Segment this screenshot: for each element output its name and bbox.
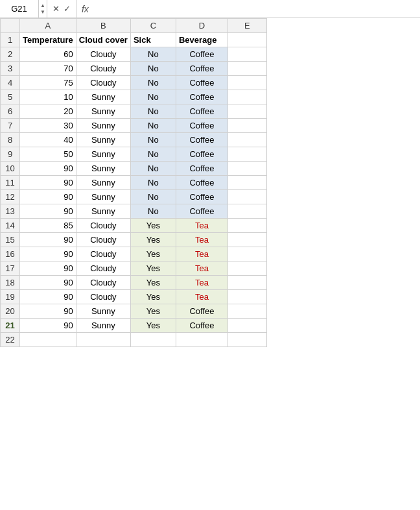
cell-e-9[interactable] [228,147,266,162]
row-header-8[interactable]: 8 [1,133,20,147]
cell-c-14[interactable]: Yes [130,219,176,233]
cell-e-5[interactable] [228,90,266,104]
cell-b-14[interactable]: Cloudy [76,219,130,233]
cell-c-10[interactable]: No [130,162,176,176]
arrow-down-icon[interactable]: ▼ [40,9,45,16]
cell-b-22[interactable] [76,333,130,347]
cell-d-13[interactable]: Coffee [176,204,228,219]
cell-temperature-header[interactable]: Temperature [20,33,76,47]
cell-e-14[interactable] [228,219,266,233]
cell-e-6[interactable] [228,104,266,119]
cell-e-16[interactable] [228,247,266,261]
cell-b-18[interactable]: Cloudy [76,276,130,290]
row-header-21[interactable]: 21 [1,319,20,333]
cell-c-19[interactable]: Yes [130,290,176,304]
cell-d-14[interactable]: Tea [176,219,228,233]
cell-b-5[interactable]: Sunny [76,90,130,104]
cell-d-22[interactable] [176,333,228,347]
cell-e-1[interactable] [228,33,266,47]
cell-a-17[interactable]: 90 [20,261,76,276]
cell-d-15[interactable]: Tea [176,233,228,247]
col-header-A[interactable]: A [20,19,76,33]
cell-a-10[interactable]: 90 [20,162,76,176]
cell-b-12[interactable]: Sunny [76,190,130,204]
cell-d-10[interactable]: Coffee [176,162,228,176]
col-header-B[interactable]: B [76,19,130,33]
cell-e-22[interactable] [228,333,266,347]
cell-d-18[interactable]: Tea [176,276,228,290]
cell-c-17[interactable]: Yes [130,261,176,276]
row-header-9[interactable]: 9 [1,147,20,162]
cell-a-5[interactable]: 10 [20,90,76,104]
cell-e-8[interactable] [228,133,266,147]
cell-a-6[interactable]: 20 [20,104,76,119]
row-header-19[interactable]: 19 [1,290,20,304]
cell-c-12[interactable]: No [130,190,176,204]
cell-a-3[interactable]: 70 [20,62,76,76]
cell-b-16[interactable]: Cloudy [76,247,130,261]
cell-a-20[interactable]: 90 [20,304,76,319]
cell-b-11[interactable]: Sunny [76,176,130,190]
row-header-5[interactable]: 5 [1,90,20,104]
cell-b-21[interactable]: Sunny [76,319,130,333]
cell-c-22[interactable] [130,333,176,347]
arrow-up-icon[interactable]: ▲ [40,3,45,9]
cell-c-15[interactable]: Yes [130,233,176,247]
cell-e-21[interactable] [228,319,266,333]
cell-c-18[interactable]: Yes [130,276,176,290]
cell-c-6[interactable]: No [130,104,176,119]
row-header-13[interactable]: 13 [1,204,20,219]
cell-d-17[interactable]: Tea [176,261,228,276]
cell-c-8[interactable]: No [130,133,176,147]
row-header-12[interactable]: 12 [1,190,20,204]
cell-e-18[interactable] [228,276,266,290]
row-header-17[interactable]: 17 [1,261,20,276]
cell-a-15[interactable]: 90 [20,233,76,247]
cell-c-11[interactable]: No [130,176,176,190]
cell-a-2[interactable]: 60 [20,47,76,62]
row-header-10[interactable]: 10 [1,162,20,176]
cell-b-15[interactable]: Cloudy [76,233,130,247]
row-header-4[interactable]: 4 [1,76,20,90]
cell-a-22[interactable] [20,333,76,347]
cell-sick-header[interactable]: Sick [130,33,176,47]
cancel-icon[interactable]: ✕ [52,4,60,14]
cell-c-20[interactable]: Yes [130,304,176,319]
cell-b-19[interactable]: Cloudy [76,290,130,304]
cell-d-5[interactable]: Coffee [176,90,228,104]
cell-a-8[interactable]: 40 [20,133,76,147]
cell-c-5[interactable]: No [130,90,176,104]
row-header-18[interactable]: 18 [1,276,20,290]
row-header-11[interactable]: 11 [1,176,20,190]
cell-c-9[interactable]: No [130,147,176,162]
cell-d-2[interactable]: Coffee [176,47,228,62]
row-header-1[interactable]: 1 [1,33,20,47]
cell-b-9[interactable]: Sunny [76,147,130,162]
cell-e-12[interactable] [228,190,266,204]
cell-a-19[interactable]: 90 [20,290,76,304]
cell-d-21[interactable]: Coffee [176,319,228,333]
cell-d-19[interactable]: Tea [176,290,228,304]
cell-c-13[interactable]: No [130,204,176,219]
cell-e-2[interactable] [228,47,266,62]
cell-a-18[interactable]: 90 [20,276,76,290]
cell-e-3[interactable] [228,62,266,76]
cell-b-10[interactable]: Sunny [76,162,130,176]
cell-e-15[interactable] [228,233,266,247]
cell-beverage-header[interactable]: Beverage [176,33,228,47]
row-header-14[interactable]: 14 [1,219,20,233]
row-header-20[interactable]: 20 [1,304,20,319]
col-header-C[interactable]: C [130,19,176,33]
cell-b-4[interactable]: Cloudy [76,76,130,90]
cell-a-13[interactable]: 90 [20,204,76,219]
cell-d-12[interactable]: Coffee [176,190,228,204]
cell-a-21[interactable]: 90 [20,319,76,333]
cell-d-7[interactable]: Coffee [176,119,228,133]
col-header-D[interactable]: D [176,19,228,33]
cell-b-7[interactable]: Sunny [76,119,130,133]
cell-d-3[interactable]: Coffee [176,62,228,76]
cell-d-4[interactable]: Coffee [176,76,228,90]
cell-e-7[interactable] [228,119,266,133]
cell-a-4[interactable]: 75 [20,76,76,90]
cell-a-14[interactable]: 85 [20,219,76,233]
